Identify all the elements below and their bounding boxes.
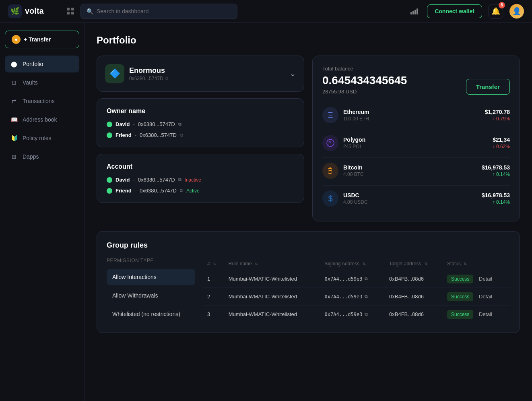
row3-signing: 0x7A4...d59e3 ⧉: [320, 306, 385, 323]
account-status-2: Active: [186, 188, 200, 194]
btc-icon: ₿: [322, 163, 338, 179]
transfer-action-button[interactable]: Transfer: [466, 79, 510, 95]
eth-name-wrap: Ethereum 100.00 ETH: [343, 109, 480, 122]
usdc-icon: $: [322, 190, 338, 207]
vaults-icon: ⊡: [10, 78, 19, 87]
account-dot-1: [107, 177, 112, 183]
permission-allow-interactions[interactable]: Allow Interactions: [107, 269, 195, 285]
sort-target-icon[interactable]: ⇅: [424, 262, 427, 266]
sort-signing-icon[interactable]: ⇅: [363, 262, 366, 266]
sidebar-item-transactions[interactable]: ⇄ Transactions: [5, 93, 79, 110]
connect-wallet-button[interactable]: Connect wallet: [427, 4, 482, 18]
asset-row-eth: Ξ Ethereum 100.00 ETH $1,270.78 ↓ 0.79%: [322, 102, 510, 128]
search-icon: 🔍: [87, 8, 93, 14]
sidebar-item-label: Policy rules: [23, 135, 52, 141]
search-input[interactable]: [97, 8, 231, 14]
permission-column-label: Permission type: [107, 258, 195, 263]
row3-num: 3: [203, 306, 225, 323]
detail-link-1[interactable]: Detail: [479, 276, 492, 282]
row3-rule-name: Mumbai-WMATIC-Whitelisted: [225, 306, 321, 323]
balance-card: Total balance 0.645434345645 28755.98 US…: [312, 56, 520, 221]
balance-amount: 0.645434345645: [322, 74, 407, 87]
eth-price: $1,270.78: [485, 109, 510, 115]
group-rules-title: Group rules: [107, 241, 510, 250]
eth-name: Ethereum: [343, 109, 480, 115]
sidebar-item-dapps[interactable]: ⊞ Dapps: [5, 148, 79, 165]
detail-link-3[interactable]: Detail: [479, 311, 492, 317]
usdc-name-wrap: USDC 4.00 USDC: [343, 192, 477, 205]
copy-account-2-icon[interactable]: ⧉: [180, 188, 183, 193]
copy-address-icon[interactable]: ⧉: [165, 76, 168, 81]
row3-target: 0xB4FB...08d6: [385, 306, 443, 323]
transfer-button[interactable]: ● + Transfer: [5, 31, 79, 48]
pol-name: Polygon: [343, 136, 488, 143]
permission-whitelisted[interactable]: Whitelisted (no restrictions): [107, 306, 195, 322]
balance-label: Total balance: [322, 66, 407, 72]
sidebar: ● + Transfer ⬤ Portfolio ⊡ Vaults ⇄ Tran…: [0, 23, 85, 401]
pol-price-wrap: $21,34 ↓ 0.62%: [493, 136, 510, 149]
btc-amount: 4.00 BTC: [343, 172, 477, 177]
sidebar-item-policy-rules[interactable]: 🔰 Policy rules: [5, 130, 79, 147]
usdc-price: $16,978.53: [482, 192, 510, 198]
balance-usd: 28755.98 USD: [322, 89, 407, 95]
table-row: 3 Mumbai-WMATIC-Whitelisted 0x7A4...d59e…: [203, 306, 510, 323]
account-row-1: David - 0x6380...5747D ⧉ Inactive: [107, 177, 294, 183]
sidebar-item-label: Dapps: [23, 153, 39, 160]
owner-row-2: Friend - 0x6380...5747D ⧉: [107, 132, 294, 138]
permission-allow-withdrawals[interactable]: Allow Withdrawals: [107, 287, 195, 304]
col-rule-name: Rule name ⇅: [225, 258, 321, 270]
sidebar-item-vaults[interactable]: ⊡ Vaults: [5, 74, 79, 91]
transfer-label: + Transfer: [24, 36, 51, 43]
copy-account-1-icon[interactable]: ⧉: [178, 177, 181, 182]
row2-status: Success Detail: [443, 288, 510, 306]
sidebar-item-portfolio[interactable]: ⬤ Portfolio: [5, 56, 79, 72]
sidebar-item-label: Address book: [23, 116, 57, 123]
notification-button[interactable]: 🔔 8: [489, 4, 503, 19]
asset-row-usdc: $ USDC 4.00 USDC $16,978.53 ↑ 0.14%: [322, 185, 510, 211]
row1-target: 0xB4FB...08d6: [385, 270, 443, 288]
svg-rect-1: [412, 11, 414, 14]
copy-signing-3-icon[interactable]: ⧉: [365, 312, 368, 317]
member-dot-2: [107, 132, 112, 138]
wallet-details: Enormous 0x6380...5747D ⧉: [129, 66, 168, 81]
table-row: 1 Mumbai-WMATIC-Whitelisted 0x7A4...d59e…: [203, 270, 510, 288]
copy-owner-1-icon[interactable]: ⧉: [178, 122, 181, 127]
balance-top: Total balance 0.645434345645 28755.98 US…: [322, 66, 510, 102]
btc-price-wrap: $16,978.53 ↑ 0.14%: [482, 164, 510, 177]
row3-status: Success Detail: [443, 306, 510, 323]
signal-icon: [409, 6, 421, 17]
owner-address-2: 0x6380...5747D: [140, 132, 177, 138]
sort-status-icon[interactable]: ⇅: [464, 262, 467, 266]
sidebar-item-address-book[interactable]: 📖 Address book: [5, 111, 79, 128]
copy-signing-1-icon[interactable]: ⧉: [365, 276, 368, 281]
btc-change: ↑ 0.14%: [482, 172, 510, 177]
usdc-amount: 4.00 USDC: [343, 199, 477, 205]
svg-rect-2: [414, 10, 416, 14]
chevron-down-icon[interactable]: ⌄: [290, 69, 296, 78]
transactions-icon: ⇄: [10, 97, 19, 105]
row1-status: Success Detail: [443, 270, 510, 288]
row1-rule-name: Mumbai-WMATIC-Whitelisted: [225, 270, 321, 288]
sidebar-item-label: Vaults: [23, 79, 38, 86]
avatar[interactable]: 👤: [509, 4, 524, 19]
account-dot-2: [107, 188, 112, 194]
owner-row-1: David - 0x6380...5747D ⧉: [107, 121, 294, 127]
copy-owner-2-icon[interactable]: ⧉: [180, 132, 183, 138]
svg-text:P: P: [328, 141, 331, 145]
transfer-dot: ●: [12, 35, 21, 44]
grid-icon[interactable]: [67, 8, 74, 15]
sort-num-icon[interactable]: ⇅: [213, 262, 216, 266]
dapps-icon: ⊞: [10, 152, 19, 161]
rules-table: # ⇅ Rule name ⇅ Signing Address ⇅: [203, 258, 510, 323]
status-badge-1: Success: [447, 275, 473, 283]
copy-signing-2-icon[interactable]: ⧉: [365, 294, 368, 299]
logo: 🌿 volta: [8, 4, 60, 18]
sort-rule-icon[interactable]: ⇅: [255, 262, 258, 266]
detail-link-2[interactable]: Detail: [479, 294, 492, 300]
portfolio-icon: ⬤: [10, 60, 19, 68]
rules-table-body: 1 Mumbai-WMATIC-Whitelisted 0x7A4...d59e…: [203, 270, 510, 323]
bell-icon: 🔔: [491, 7, 500, 16]
account-card: Account David - 0x6380...5747D ⧉ Inactiv…: [97, 154, 304, 203]
pol-price: $21,34: [493, 136, 510, 143]
permission-list: Permission type Allow Interactions Allow…: [107, 258, 195, 323]
